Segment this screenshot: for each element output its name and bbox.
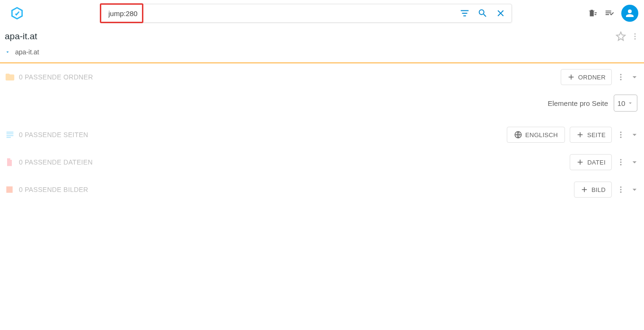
files-expand-icon[interactable] — [630, 157, 639, 167]
images-expand-icon[interactable] — [630, 185, 639, 194]
add-page-label: SEITE — [587, 131, 606, 139]
trash-queue-icon[interactable] — [587, 8, 598, 18]
search-bar — [100, 4, 512, 23]
pages-expand-icon[interactable] — [630, 130, 639, 139]
title-more-icon[interactable] — [631, 32, 639, 41]
svg-point-11 — [620, 162, 622, 163]
svg-point-12 — [620, 164, 622, 165]
images-icon — [5, 185, 19, 194]
language-button[interactable]: ENGLISCH — [507, 127, 565, 143]
breadcrumb-caret-icon[interactable] — [5, 49, 10, 55]
section-images: 0 PASSENDE BILDER BILD — [0, 176, 644, 203]
pages-more-icon[interactable] — [617, 130, 625, 139]
section-pages: 0 PASSENDE SEITEN ENGLISCH SEITE — [0, 121, 644, 148]
svg-point-10 — [620, 159, 622, 160]
breadcrumb-root[interactable]: apa-it.at — [15, 48, 39, 56]
favorite-icon[interactable] — [616, 31, 626, 42]
svg-point-15 — [620, 191, 622, 193]
svg-point-7 — [620, 131, 622, 133]
breadcrumb: apa-it.at — [0, 45, 644, 62]
svg-point-1 — [635, 36, 636, 37]
app-logo[interactable] — [9, 6, 25, 21]
svg-point-2 — [635, 38, 636, 40]
search-actions — [459, 8, 508, 18]
add-file-button[interactable]: DATEI — [570, 154, 612, 170]
folder-icon — [5, 72, 19, 82]
clear-search-icon[interactable] — [495, 8, 506, 18]
pager-label: Elemente pro Seite — [547, 99, 608, 107]
playlist-check-icon[interactable] — [604, 8, 615, 18]
section-images-label: 0 PASSENDE BILDER — [19, 186, 88, 193]
add-folder-button[interactable]: ORDNER — [561, 69, 612, 85]
language-label: ENGLISCH — [525, 131, 558, 139]
svg-point-8 — [620, 134, 622, 136]
svg-point-9 — [620, 137, 622, 138]
images-more-icon[interactable] — [617, 185, 625, 194]
pager-select[interactable]: 10 — [614, 95, 637, 112]
svg-point-5 — [620, 79, 622, 80]
page-title: apa-it.at — [5, 31, 37, 42]
search-icon[interactable] — [477, 8, 488, 18]
add-folder-label: ORDNER — [578, 74, 606, 81]
svg-point-14 — [620, 189, 622, 191]
folders-more-icon[interactable] — [617, 73, 625, 81]
filter-icon[interactable] — [459, 8, 470, 18]
page-titlebar: apa-it.at — [0, 26, 644, 45]
section-pages-label: 0 PASSENDE SEITEN — [19, 131, 88, 139]
section-folders-label: 0 PASSENDE ORDNER — [19, 73, 93, 81]
header-right — [587, 5, 638, 22]
folders-expand-icon[interactable] — [630, 72, 639, 82]
files-icon — [5, 157, 19, 167]
svg-point-4 — [620, 77, 622, 78]
section-files: 0 PASSENDE DATEIEN DATEI — [0, 148, 644, 176]
svg-point-0 — [635, 33, 636, 35]
svg-point-3 — [620, 74, 622, 75]
section-folders: 0 PASSENDE ORDNER ORDNER — [0, 63, 644, 91]
files-more-icon[interactable] — [617, 158, 625, 166]
user-avatar[interactable] — [621, 5, 638, 22]
add-page-button[interactable]: SEITE — [570, 127, 612, 143]
add-file-label: DATEI — [587, 159, 606, 166]
pages-icon — [5, 130, 19, 140]
add-image-label: BILD — [591, 186, 606, 193]
section-files-label: 0 PASSENDE DATEIEN — [19, 158, 93, 166]
add-image-button[interactable]: BILD — [574, 182, 612, 198]
svg-point-13 — [620, 186, 622, 188]
search-input[interactable] — [105, 9, 459, 17]
pager: Elemente pro Seite 10 — [0, 91, 644, 121]
app-header — [0, 0, 644, 26]
pager-value: 10 — [618, 99, 626, 107]
